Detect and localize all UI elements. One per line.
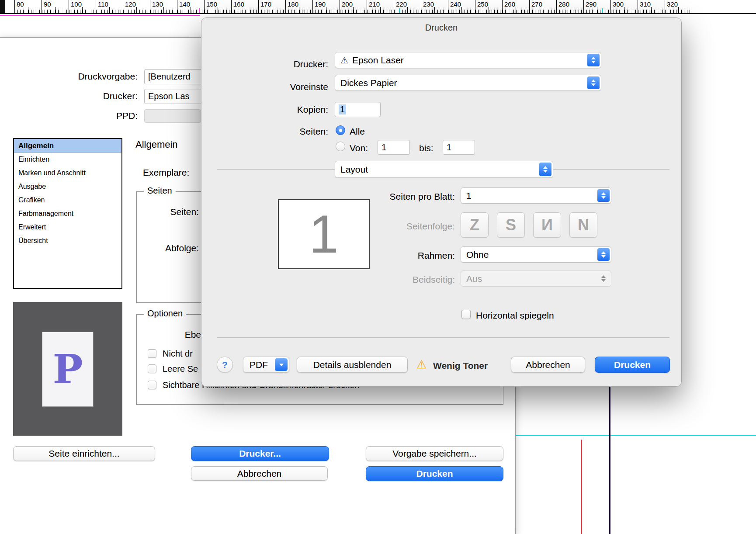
section-item-erweitert[interactable]: Erweitert <box>14 220 121 234</box>
abfolge-label: Abfolge: <box>131 243 199 253</box>
printer-dropdown-value: Epson Laser <box>352 55 404 66</box>
bg-drucken-button[interactable]: Drucken <box>366 466 503 481</box>
bg-section-title: Allgemein <box>135 139 178 150</box>
print-button[interactable]: Drucken <box>595 357 670 373</box>
chevron-down-icon <box>601 255 606 258</box>
ruler-number: 260 <box>504 0 515 8</box>
chevron-down-icon <box>591 83 596 86</box>
layout-direction-button-4[interactable]: N <box>569 212 597 238</box>
leere-seiten-label: Leere Se <box>163 364 198 374</box>
pages-per-sheet-label: Seiten pro Blatt: <box>346 191 455 202</box>
exemplare-label: Exemplare: <box>143 167 189 178</box>
pages-range-radio[interactable] <box>336 142 345 151</box>
chevron-up-icon <box>601 275 606 278</box>
pages-to-input[interactable]: 1 <box>443 140 475 155</box>
ruler-number: 160 <box>233 0 244 8</box>
ppd-label: PPD: <box>26 111 138 121</box>
ruler-guide-mark-magenta <box>199 8 200 13</box>
page-preview-thumbnail: P <box>13 302 122 436</box>
pane-selector-dropdown[interactable]: Layout <box>335 161 553 178</box>
ruler-origin-box <box>0 0 5 13</box>
bg-drucker-button[interactable]: Drucker... <box>191 446 329 461</box>
layout-direction-label: Seitenfolge: <box>346 221 455 232</box>
two-sided-value: Aus <box>466 274 482 284</box>
ruler-segment-210: 210 <box>367 0 394 13</box>
pdf-chevron <box>275 358 288 371</box>
border-dropdown[interactable]: Ohne <box>461 246 611 263</box>
ruler-segment-230: 230 <box>421 0 448 13</box>
bg-seiten-label: Seiten: <box>131 207 199 217</box>
ruler-segment-220: 220 <box>394 0 421 13</box>
seiten-group-legend: Seiten <box>144 186 176 196</box>
ruler-segment-320: 320 <box>665 0 692 13</box>
section-item-farbmanagement[interactable]: Farbmanagement <box>14 207 121 220</box>
hide-details-button[interactable]: Details ausblenden <box>297 357 408 373</box>
ruler-segment-160: 160 <box>231 0 258 13</box>
section-item-einrichten[interactable]: Einrichten <box>14 153 121 166</box>
pages-per-sheet-dropdown[interactable]: 1 <box>461 187 611 204</box>
pages-all-radio[interactable] <box>336 125 345 135</box>
flip-horizontal-label: Horizontal spiegeln <box>476 310 554 321</box>
section-item-grafiken[interactable]: Grafiken <box>14 193 121 207</box>
chevron-up-icon <box>601 251 606 254</box>
flip-horizontal-checkbox[interactable] <box>461 310 471 319</box>
printer-warning-icon: ⚠ <box>340 56 348 65</box>
ruler-guide-mark-cyan <box>399 8 400 13</box>
toner-warning-text: Wenig Toner <box>433 361 488 371</box>
layout-direction-button-2[interactable]: S <box>497 212 525 238</box>
ruler-number: 150 <box>206 0 217 8</box>
ruler-segment-260: 260 <box>502 0 529 13</box>
help-button[interactable]: ? <box>217 357 233 373</box>
horizontal-ruler: 8090100110120130140150160170180190200210… <box>0 0 756 14</box>
pages-from-value: 1 <box>381 142 386 153</box>
copies-value: 1 <box>339 104 346 114</box>
ruler-number: 120 <box>125 0 136 8</box>
pages-to-value: 1 <box>447 142 451 153</box>
stepper-icon <box>587 54 600 66</box>
ruler-number: 180 <box>288 0 298 8</box>
ruler-number: 240 <box>450 0 461 8</box>
ppd-field <box>144 109 201 123</box>
ruler-segment-190: 190 <box>312 0 340 13</box>
guide-line-dark <box>609 387 610 534</box>
optionen-group-legend: Optionen <box>144 309 186 319</box>
chevron-down-icon <box>543 170 548 173</box>
separator <box>217 337 669 338</box>
section-item-allgemein[interactable]: Allgemein <box>14 139 121 153</box>
pages-from-input[interactable]: 1 <box>378 140 410 155</box>
chevron-down-icon <box>601 196 606 199</box>
presets-dropdown[interactable]: Dickes Papier <box>335 75 601 91</box>
leere-seiten-checkbox[interactable] <box>148 364 156 373</box>
copies-input[interactable]: 1 <box>335 102 381 117</box>
pane-selector-value: Layout <box>340 164 368 175</box>
order-top-bottom-icon: N <box>578 217 589 233</box>
pdf-menu-button[interactable]: PDF <box>243 357 289 373</box>
section-item-ausgabe[interactable]: Ausgabe <box>14 180 121 193</box>
layout-direction-button-1[interactable]: Z <box>461 212 489 238</box>
application-screen: 8090100110120130140150160170180190200210… <box>0 0 756 534</box>
ruler-segment-120: 120 <box>123 0 150 13</box>
preview-page-number: 1 <box>309 208 339 261</box>
ruler-segment-240: 240 <box>448 0 475 13</box>
ruler-number: 230 <box>423 0 434 8</box>
chevron-up-icon <box>543 166 548 169</box>
printer-dropdown[interactable]: ⚠ Epson Laser <box>335 52 601 68</box>
two-sided-label: Beidseitig: <box>346 274 455 285</box>
bg-abbrechen-button[interactable]: Abbrechen <box>191 466 328 481</box>
ruler-segment-80: 80 <box>14 0 42 13</box>
vorgabe-speichern-button[interactable]: Vorgabe speichern... <box>366 446 503 461</box>
sichtbare-hilfslinien-checkbox[interactable] <box>148 381 156 389</box>
cancel-button[interactable]: Abbrechen <box>511 357 585 373</box>
seite-einrichten-button[interactable]: Seite einrichten... <box>13 446 155 461</box>
preview-letter: P <box>52 349 83 389</box>
ruler-segment-270: 270 <box>529 0 556 13</box>
nicht-drucken-checkbox[interactable] <box>148 349 156 358</box>
ruler-number: 250 <box>477 0 488 8</box>
ruler-segment-250: 250 <box>475 0 502 13</box>
ruler-number: 320 <box>667 0 678 8</box>
ruler-segment-150: 150 <box>204 0 231 13</box>
section-item--bersicht[interactable]: Übersicht <box>14 234 121 247</box>
section-item-marken-und-anschnitt[interactable]: Marken und Anschnitt <box>14 166 121 180</box>
layout-direction-button-3[interactable]: И <box>533 212 561 238</box>
ruler-number: 100 <box>71 0 82 8</box>
